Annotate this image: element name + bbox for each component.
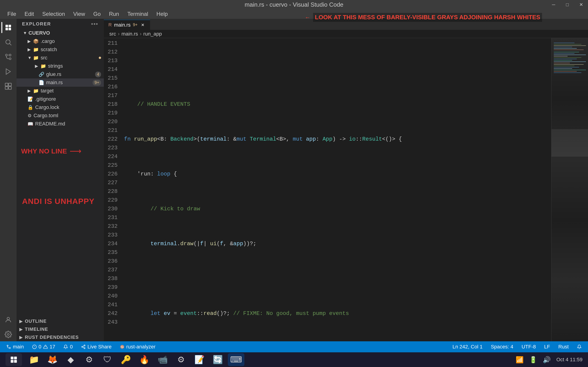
sidebar-item-cuervo[interactable]: ▼ CUERVO xyxy=(17,29,104,37)
svg-rect-3 xyxy=(9,28,11,30)
sidebar-section-outline[interactable]: ▶ OUTLINE xyxy=(17,317,104,325)
activity-accounts[interactable] xyxy=(1,313,15,327)
status-rust-analyzer[interactable]: Ra rust-analyzer xyxy=(118,341,157,352)
sidebar-item-readme[interactable]: 📖 README.md xyxy=(17,120,104,128)
sidebar-item-mainrs[interactable]: 📄 main.rs 9+ xyxy=(17,78,104,87)
window-title: main.rs - cuervo - Visual Studio Code xyxy=(245,1,343,8)
svg-point-39 xyxy=(9,348,10,349)
sidebar-item-strings[interactable]: ▶ 📁 strings xyxy=(17,62,104,70)
svg-rect-33 xyxy=(554,67,579,67)
svg-rect-29 xyxy=(554,61,586,62)
taskbar-right: 📶 🔋 🔊 Oct 4 11:59 xyxy=(516,356,582,364)
folder-icon: 📁 xyxy=(33,88,39,94)
arrow-left-icon: ← xyxy=(305,19,310,21)
tab-close-button[interactable]: ✕ xyxy=(140,22,145,28)
folder-label: scratch xyxy=(41,47,101,52)
taskbar-app-bitwarden[interactable]: 🛡 xyxy=(99,353,116,366)
section-arrow: ▶ xyxy=(19,319,25,324)
taskbar-app-updates[interactable]: 🔄 xyxy=(209,353,226,366)
sidebar-item-target[interactable]: ▶ 📁 target xyxy=(17,87,104,95)
sidebar-item-cargo[interactable]: ▶ 📦 .cargo xyxy=(17,37,104,45)
menu-terminal[interactable]: Terminal xyxy=(124,9,152,19)
sidebar-menu-icon[interactable]: ••• xyxy=(91,21,98,27)
svg-rect-27 xyxy=(554,59,577,59)
menu-go[interactable]: Go xyxy=(90,9,104,19)
taskbar-app-key[interactable]: 🔑 xyxy=(118,353,134,366)
menu-help[interactable]: Help xyxy=(153,9,171,19)
status-spaces[interactable]: Spaces: 4 xyxy=(489,341,515,352)
taskbar-app-notes[interactable]: 📝 xyxy=(191,353,208,366)
warning-icon xyxy=(43,344,48,349)
bell-icon xyxy=(63,344,68,349)
why-no-line-area: WHY NO LINE ⟶ xyxy=(17,146,104,192)
svg-rect-55 xyxy=(14,360,17,363)
right-arrow-icon: ⟶ xyxy=(69,146,82,156)
svg-point-46 xyxy=(82,346,83,348)
taskbar-app-grid[interactable] xyxy=(6,353,22,366)
taskbar-app-files[interactable]: 📁 xyxy=(26,353,42,366)
folder-label: target xyxy=(41,88,101,94)
minimap xyxy=(551,38,588,341)
status-notifications[interactable]: 0 xyxy=(61,341,74,352)
svg-rect-31 xyxy=(554,64,584,65)
status-notifications-bell[interactable] xyxy=(575,341,583,352)
file-label: strings xyxy=(48,63,101,69)
status-errors[interactable]: 0 17 xyxy=(30,341,57,352)
sidebar-section-timeline[interactable]: ▶ TIMELINE xyxy=(17,325,104,333)
close-button[interactable]: ✕ xyxy=(574,0,588,9)
sidebar-item-src[interactable]: ▼ 📁 src xyxy=(17,54,104,62)
status-line-endings[interactable]: LF xyxy=(542,341,552,352)
activity-settings[interactable] xyxy=(1,327,15,341)
status-encoding[interactable]: UTF-8 xyxy=(520,341,538,352)
breadcrumb-sep: › xyxy=(118,31,120,37)
activity-source-control[interactable] xyxy=(1,50,15,64)
status-cursor-position[interactable]: Ln 242, Col 1 xyxy=(451,341,484,352)
taskbar-app-firefox[interactable]: 🦊 xyxy=(44,353,61,366)
taskbar-app-fire[interactable]: 🔥 xyxy=(136,353,153,366)
svg-rect-54 xyxy=(11,360,14,363)
menu-edit[interactable]: Edit xyxy=(21,9,38,19)
svg-rect-52 xyxy=(11,357,14,359)
svg-rect-35 xyxy=(554,70,586,70)
menu-selection[interactable]: Selection xyxy=(39,9,69,19)
minimap-content xyxy=(552,38,588,341)
sidebar-section-rust-deps[interactable]: ▶ RUST DEPENDENCIES xyxy=(17,333,104,341)
minimize-button[interactable]: ─ xyxy=(547,0,561,9)
line-endings-label: LF xyxy=(544,344,550,350)
activity-explorer[interactable] xyxy=(1,21,15,34)
status-live-share[interactable]: Live Share xyxy=(79,341,113,352)
editor-area: R main.rs 9+ ✕ ← LOOK AT THIS MESS OF BA… xyxy=(104,19,588,341)
code-content[interactable]: // HANDLE EVENTS fn run_app<B: Backend>(… xyxy=(122,38,551,341)
maximize-button[interactable]: □ xyxy=(561,0,574,9)
status-language[interactable]: Rust xyxy=(556,341,571,352)
live-share-icon xyxy=(81,344,86,349)
taskbar-app-vscode[interactable]: ⌨ xyxy=(228,353,244,366)
taskbar-app-prefs[interactable]: ⚙ xyxy=(173,353,189,366)
sidebar-item-cargolock[interactable]: 🔒 Cargo.lock xyxy=(17,103,104,111)
tab-mainrs[interactable]: R main.rs 9+ ✕ xyxy=(104,20,150,30)
sidebar-item-gluers[interactable]: 🔗 glue.rs 4 xyxy=(17,70,104,78)
sidebar-item-scratch[interactable]: ▶ 📁 scratch xyxy=(17,45,104,54)
breadcrumb: src › main.rs › run_app xyxy=(104,30,588,38)
folder-label: CUERVO xyxy=(28,30,101,36)
sidebar-item-gitignore[interactable]: 📝 .gitignore xyxy=(17,95,104,103)
code-line-214: 'run: loop { xyxy=(122,170,551,178)
taskbar-app-obs[interactable]: 📹 xyxy=(154,353,171,366)
breadcrumb-file[interactable]: main.rs xyxy=(121,31,138,37)
activity-extensions[interactable] xyxy=(1,79,15,93)
sidebar-header: Explorer ••• xyxy=(17,19,104,29)
status-branch[interactable]: main xyxy=(5,341,26,352)
menu-file[interactable]: File xyxy=(4,9,20,19)
expand-arrow: ▶ xyxy=(35,64,40,69)
breadcrumb-src[interactable]: src xyxy=(109,31,116,37)
taskbar-app-sublime[interactable]: ◆ xyxy=(62,353,79,366)
breadcrumb-symbol[interactable]: run_app xyxy=(143,31,162,37)
main-layout: Explorer ••• ▼ CUERVO ▶ 📦 .cargo ▶ 📁 scr… xyxy=(0,19,588,341)
activity-run-debug[interactable] xyxy=(1,65,15,78)
activity-search[interactable] xyxy=(1,35,15,49)
taskbar-app-settings[interactable]: ⚙ xyxy=(81,353,97,366)
menu-run[interactable]: Run xyxy=(105,9,123,19)
sidebar-item-cargotoml[interactable]: ⚙ Cargo.toml xyxy=(17,111,104,120)
menu-view[interactable]: View xyxy=(69,9,89,19)
expand-arrow: ▼ xyxy=(27,56,33,60)
